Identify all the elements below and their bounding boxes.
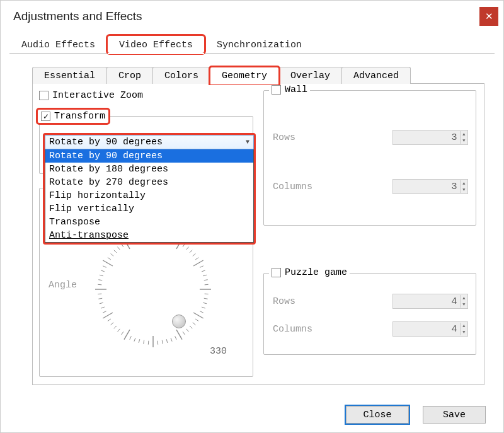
chevron-up-icon: ▲ — [460, 323, 467, 329]
wall-columns-label: Columns — [273, 182, 312, 192]
wall-rows-spinbox[interactable]: ▲▼ — [392, 130, 468, 145]
transform-option[interactable]: Rotate by 270 degrees — [45, 176, 253, 189]
dial-knob-icon[interactable] — [172, 315, 186, 328]
svg-line-22 — [202, 307, 205, 308]
spin-buttons[interactable]: ▲▼ — [460, 180, 467, 193]
puzzle-checkbox[interactable] — [272, 268, 281, 277]
tab-crop[interactable]: Crop — [106, 67, 153, 84]
svg-line-53 — [98, 294, 101, 294]
save-button[interactable]: Save — [423, 406, 486, 424]
close-button[interactable]: Close — [346, 406, 409, 424]
svg-line-28 — [186, 329, 189, 332]
chevron-down-icon: ▼ — [460, 137, 467, 144]
window-title: Adjustments and Effects — [13, 9, 142, 23]
transform-option[interactable]: Transpose — [45, 216, 253, 229]
button-label: Close — [363, 410, 391, 420]
svg-line-15 — [203, 275, 207, 276]
puzzle-group-header: Puzzle game — [269, 267, 350, 278]
wall-rows-row: Rows ▲▼ — [273, 130, 468, 145]
tab-video-effects[interactable]: Video Effects — [107, 35, 205, 54]
titlebar: Adjustments and Effects ✕ — [1, 1, 503, 32]
tab-overlay[interactable]: Overlay — [278, 67, 342, 84]
tab-label: Audio Effects — [21, 40, 95, 50]
puzzle-rows-label: Rows — [273, 296, 295, 307]
chevron-up-icon: ▲ — [460, 131, 467, 137]
svg-line-34 — [162, 340, 163, 344]
puzzle-group: Puzzle game Rows ▲▼ Columns ▲▼ — [263, 273, 476, 355]
angle-label: Angle — [49, 280, 77, 291]
svg-line-37 — [148, 341, 149, 345]
adjustments-effects-dialog: Adjustments and Effects ✕ Audio Effects … — [0, 0, 504, 433]
spin-buttons[interactable]: ▲▼ — [460, 295, 467, 308]
svg-line-25 — [195, 319, 198, 321]
button-label: Save — [443, 410, 466, 420]
spin-buttons[interactable]: ▲▼ — [460, 131, 467, 144]
wall-columns-input[interactable] — [393, 181, 460, 193]
transform-option[interactable]: Flip vertically — [45, 202, 253, 216]
svg-line-57 — [100, 275, 103, 276]
transform-option[interactable]: Flip horizontally — [45, 189, 253, 202]
svg-line-55 — [98, 284, 101, 285]
interactive-zoom-row: Interactive Zoom — [39, 90, 143, 101]
wall-columns-row: Columns ▲▼ — [273, 179, 468, 194]
svg-line-49 — [103, 311, 106, 313]
tab-synchronization[interactable]: Synchronization — [205, 35, 314, 54]
angle-dial[interactable] — [90, 226, 216, 352]
spin-buttons[interactable]: ▲▼ — [460, 323, 467, 335]
wall-group-header: Wall — [269, 84, 310, 95]
transform-option[interactable]: Anti-transpose — [45, 229, 253, 242]
transform-dropdown[interactable]: Rotate by 90 degrees ▼ Rotate by 90 degr… — [43, 133, 256, 245]
tab-label: Video Effects — [119, 40, 193, 50]
svg-line-24 — [193, 313, 203, 318]
svg-line-32 — [171, 338, 172, 342]
svg-line-16 — [204, 280, 208, 280]
sub-tab-bar: Essential Crop Colors Geometry Overlay A… — [32, 65, 484, 84]
svg-line-29 — [183, 332, 185, 335]
svg-line-44 — [117, 329, 120, 332]
transform-checkbox[interactable] — [41, 112, 50, 121]
svg-line-27 — [190, 326, 192, 328]
svg-line-35 — [158, 341, 158, 345]
transform-option[interactable]: Rotate by 90 degrees — [45, 149, 253, 163]
svg-line-56 — [98, 280, 102, 280]
tab-label: Geometry — [222, 71, 267, 81]
transform-selected-label: Rotate by 90 degrees — [49, 137, 163, 147]
svg-line-42 — [124, 330, 130, 340]
svg-line-62 — [111, 253, 114, 256]
tab-label: Essential — [44, 71, 95, 81]
puzzle-columns-spinbox[interactable]: ▲▼ — [392, 321, 468, 337]
svg-line-47 — [108, 319, 111, 321]
dial-tick-label: 330 — [210, 346, 227, 357]
puzzle-rows-spinbox[interactable]: ▲▼ — [392, 294, 468, 309]
transform-dropdown-selected[interactable]: Rotate by 90 degrees ▼ — [45, 135, 254, 149]
tab-colors[interactable]: Colors — [152, 67, 210, 84]
dialog-footer: Close Save — [346, 406, 486, 424]
svg-line-43 — [122, 332, 123, 335]
tab-geometry[interactable]: Geometry — [210, 67, 279, 84]
svg-line-9 — [190, 250, 192, 253]
svg-line-8 — [186, 247, 189, 250]
tab-label: Synchronization — [217, 40, 302, 50]
chevron-down-icon: ▼ — [460, 329, 467, 335]
svg-line-58 — [101, 270, 105, 272]
svg-line-20 — [204, 298, 208, 299]
window-close-button[interactable]: ✕ — [479, 7, 498, 26]
tab-advanced[interactable]: Advanced — [341, 67, 411, 84]
svg-line-39 — [139, 339, 140, 343]
tab-label: Colors — [164, 71, 198, 81]
wall-columns-spinbox[interactable]: ▲▼ — [392, 179, 468, 194]
interactive-zoom-checkbox[interactable] — [39, 91, 49, 100]
svg-line-12 — [193, 260, 203, 266]
svg-line-14 — [202, 270, 205, 272]
transform-option[interactable]: Rotate by 180 degrees — [45, 163, 253, 176]
wall-rows-input[interactable] — [393, 132, 460, 144]
tab-essential[interactable]: Essential — [32, 67, 107, 84]
transform-checkbox-wrap: Transform — [37, 109, 109, 124]
puzzle-rows-input[interactable] — [393, 296, 460, 308]
svg-line-64 — [117, 247, 120, 250]
puzzle-columns-input[interactable] — [393, 323, 460, 335]
tab-audio-effects[interactable]: Audio Effects — [9, 35, 107, 54]
wall-checkbox[interactable] — [272, 85, 281, 95]
tab-label: Crop — [118, 71, 141, 81]
tab-label: Overlay — [290, 71, 330, 81]
